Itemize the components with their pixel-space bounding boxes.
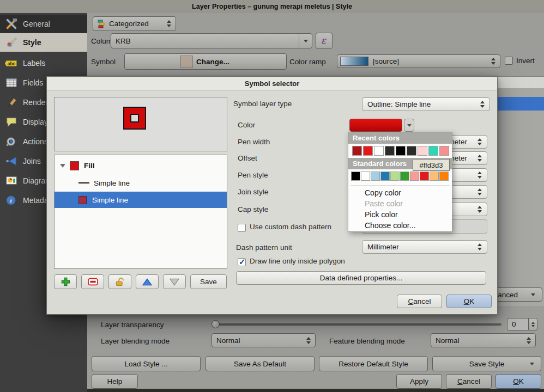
column-dropdown[interactable]: KRB [111,33,312,48]
sidebar-item-label: Display [23,118,48,126]
choose-color-label: Choose color... [365,221,415,230]
recent-color-swatch[interactable] [352,146,362,156]
classes-panel-fragment [498,76,544,306]
draw-inside-checkbox[interactable] [238,258,246,266]
standard-color-swatch[interactable] [380,171,390,181]
invert-checkbox[interactable] [505,57,513,65]
sidebar-item-labels[interactable]: abc Labels [0,54,87,71]
invert-label: Invert [516,54,535,68]
recent-color-swatch[interactable] [428,146,438,156]
custom-dash-checkbox[interactable] [238,224,246,232]
open-lock-icon [114,277,125,287]
transparency-spinbox[interactable]: 0 [507,318,529,330]
categorized-icon [98,20,105,28]
color-dropdown-button[interactable] [404,119,414,132]
lock-layer-button[interactable] [108,274,131,289]
restore-default-style-button[interactable]: Restore Default Style [319,356,428,371]
recent-color-swatch[interactable] [385,146,395,156]
save-symbol-button[interactable]: Save [190,274,227,289]
recent-color-swatch[interactable] [396,146,406,156]
load-style-label: Load Style ... [125,360,168,368]
speech-bubble-icon [4,115,19,128]
tree-row-simple-line-2[interactable]: Simple line [55,192,227,208]
main-cancel-button[interactable]: Cancel [446,374,492,389]
abc-tag-icon: abc [4,57,19,70]
sidebar-item-label: Actions [23,137,48,146]
layer-blending-dropdown[interactable]: Normal [211,333,316,347]
add-layer-button[interactable] [54,274,77,289]
data-defined-label: Data defined properties... [320,274,403,282]
color-ramp-dropdown[interactable]: [source] [337,54,500,68]
dash-unit-value: Millimeter [367,243,399,251]
draw-inside-label: Draw line only inside polygon [250,257,345,265]
standard-color-swatch[interactable] [400,171,409,181]
spinner-icon [477,243,482,250]
symbol-swatch [180,56,193,68]
color-dropdown-menu: Recent colors Standard colors Copy color… [348,132,452,232]
save-style-button[interactable]: Save Style [432,356,541,371]
apply-button[interactable]: Apply [396,374,442,389]
load-style-button[interactable]: Load Style ... [92,356,201,371]
tree-row-simple-line-1[interactable]: Simple line [55,177,227,189]
save-as-default-button[interactable]: Save As Default [205,356,315,371]
standard-color-swatch[interactable] [410,171,419,181]
transparency-spinner[interactable] [529,318,537,330]
menu-item-choose-color[interactable]: Choose color... [348,220,452,231]
sidebar-item-label: Labels [23,59,45,68]
recent-color-swatch[interactable] [418,146,427,156]
main-ok-label: OK [513,377,524,385]
tree-row-fill[interactable]: Fill [55,160,227,171]
dash-unit-dropdown[interactable]: Millimeter [362,240,487,254]
remove-layer-button[interactable] [81,274,104,289]
expander-icon[interactable] [60,164,65,168]
symbol-layer-type-dropdown[interactable]: Outline: Simple line [362,97,490,111]
color-ramp-label: Color ramp [289,54,326,70]
feature-blending-value: Normal [436,336,460,345]
standard-color-swatch[interactable] [430,171,439,181]
line-swatch [78,182,89,183]
brush-icon [4,96,19,109]
standard-color-swatch[interactable] [390,171,400,181]
standard-color-swatch[interactable] [351,171,360,181]
main-cancel-label: Cancel [457,377,480,385]
data-defined-properties-button[interactable]: Data defined properties... [236,271,486,285]
renderer-type-dropdown[interactable]: Categorized [93,16,176,31]
symbol-change-button[interactable]: Change... [124,53,287,70]
dialog-ok-button[interactable]: OK [446,295,492,308]
transparency-slider-handle[interactable] [211,320,220,328]
expression-builder-button[interactable]: ε [316,33,333,49]
sidebar-item-label: Fields [23,78,43,87]
standard-color-swatch[interactable] [420,171,429,181]
sidebar-item-label: Joins [23,157,41,166]
color-tooltip: #ffd3d3 [413,159,450,171]
window-title: Layer Properties – gunung merapi meletus… [192,3,352,10]
symbol-selector-titlebar[interactable]: Symbol selector [47,77,497,91]
feature-blending-dropdown[interactable]: Normal [431,333,536,347]
menu-separator [350,185,450,186]
move-down-button[interactable] [163,274,186,289]
symbol-preview-square [124,108,145,128]
main-ok-button[interactable]: OK [495,374,541,389]
recent-color-swatch[interactable] [363,146,373,156]
menu-item-pick-color[interactable]: Pick color [348,209,452,220]
symbol-layer-type-value: Outline: Simple line [367,100,431,108]
dropdown-arrow-icon [530,363,534,365]
tree-fill-label: Fill [84,162,95,170]
transparency-slider-track[interactable] [211,323,501,326]
recent-color-swatch[interactable] [374,146,384,156]
sidebar-item-style[interactable]: Style [0,33,87,52]
move-up-button[interactable] [136,274,159,289]
menu-item-paste-color[interactable]: Paste color [348,198,452,209]
standard-color-swatch[interactable] [361,171,370,181]
dropdown-arrow-icon [531,293,535,296]
sidebar-item-general[interactable]: General [0,15,87,33]
dialog-cancel-button[interactable]: Cancel [397,295,442,308]
help-button[interactable]: Help [92,374,138,389]
standard-color-swatch[interactable] [371,171,380,181]
line-color-button[interactable] [349,119,402,132]
menu-item-copy-color[interactable]: Copy color [348,187,452,198]
window-titlebar[interactable]: Layer Properties – gunung merapi meletus… [0,0,544,13]
recent-color-swatch[interactable] [439,146,449,156]
recent-color-swatch[interactable] [407,146,416,156]
standard-color-swatch[interactable] [439,171,449,181]
